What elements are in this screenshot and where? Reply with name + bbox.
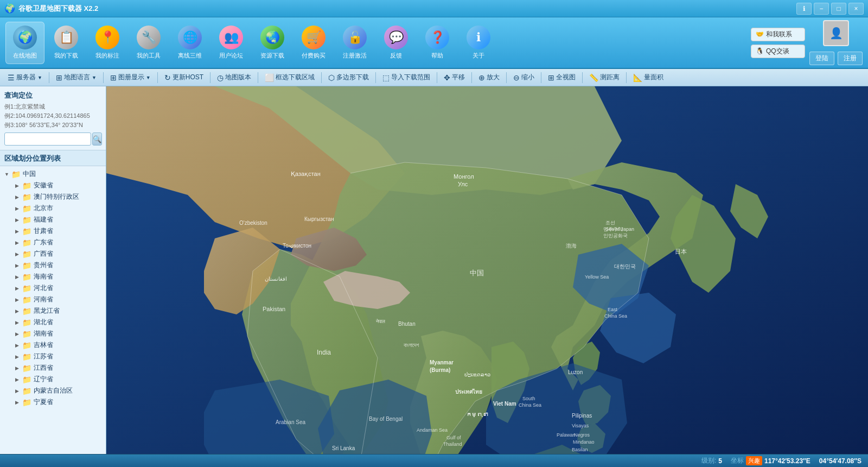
menu-sep-2 (103, 72, 104, 83)
measure-area-label: 量面积 (644, 73, 663, 82)
maximize-button[interactable]: □ (831, 3, 846, 15)
map-lang-icon: ⊞ (56, 73, 62, 82)
measure-area-icon: 📐 (633, 73, 642, 82)
menu-measure-dist[interactable]: 📏 测距离 (585, 71, 624, 84)
menu-full-view[interactable]: ⊞ 全视图 (544, 71, 580, 84)
region-tree: ▼ 📁 中国 ▶📁安徽省▶📁澳门特别行政区▶📁北京市▶📁福建省▶📁甘肃省▶📁广东… (0, 166, 106, 454)
toolbar-my-tools[interactable]: 🔧 我的工具 (129, 22, 168, 64)
coord-value: 117°42′53.23″E (764, 457, 810, 465)
svg-text:조선: 조선 (605, 220, 615, 225)
tree-item[interactable]: ▶📁湖南省 (0, 328, 106, 339)
toolbar-resource[interactable]: 🌏 资源下载 (253, 22, 292, 64)
tree-item[interactable]: ▶📁宁夏省 (0, 396, 106, 408)
qq-button[interactable]: 🐧 QQ交谈 (751, 45, 805, 58)
lat-item: 04°54′47.08″S (819, 457, 861, 465)
tree-item[interactable]: ▶📁江西省 (0, 362, 106, 374)
server-label: 服务器 (16, 73, 36, 82)
svg-text:대한민국: 대한민국 (614, 263, 636, 269)
toolbar-activate[interactable]: 🔓 注册激活 (335, 22, 374, 64)
toolbar-offline-3d[interactable]: 🌐 离线三维 (170, 22, 209, 64)
toolbar-online-map[interactable]: 🌍 在线地图 (5, 22, 44, 64)
tree-item[interactable]: ▶📁河南省 (0, 294, 106, 305)
search-button[interactable]: 🔍 (92, 132, 102, 146)
contact-icon: 🤝 (756, 30, 764, 38)
minimize-button[interactable]: − (814, 3, 829, 15)
help-icon: ❓ (425, 26, 449, 49)
folder-icon: 📁 (22, 364, 31, 373)
tree-item[interactable]: ▶📁广西省 (0, 248, 106, 260)
svg-text:Myanmar: Myanmar (430, 359, 454, 365)
tree-item[interactable]: ▶📁澳门特别行政区 (0, 191, 106, 203)
menu-pan[interactable]: ✥ 平移 (439, 71, 469, 84)
tree-item[interactable]: ▶📁内蒙古自治区 (0, 385, 106, 396)
svg-text:កម្ពុជា: កម្ពុជា (467, 412, 488, 418)
my-download-label: 我的下载 (54, 52, 78, 60)
tree-item[interactable]: ▶📁广东省 (0, 237, 106, 248)
search-input[interactable] (4, 132, 91, 146)
map-area[interactable]: Қазақстан Монгол Улс O'zbekiston Кыргызс… (106, 86, 868, 454)
tree-item[interactable]: ▶📁黑龙江省 (0, 305, 106, 317)
menu-sep-3 (157, 72, 158, 83)
tree-item[interactable]: ▶📁河北省 (0, 282, 106, 294)
tree-item[interactable]: ▶📁北京市 (0, 203, 106, 214)
menu-update-host[interactable]: ↻ 更新HOST (160, 71, 208, 84)
example-2: 例2:104.09691724,30.62114865 (4, 112, 101, 120)
menu-sep-11 (541, 72, 541, 83)
menu-import-range[interactable]: ⬚ 导入下载范围 (378, 71, 435, 84)
menu-sep-12 (582, 72, 583, 83)
svg-text:Visayas: Visayas (572, 423, 589, 428)
menu-zoom-in[interactable]: ⊕ 放大 (474, 71, 504, 84)
titlebar-controls: ℹ − □ × (796, 3, 864, 15)
tree-arrow: ▶ (15, 183, 21, 188)
tree-root-china[interactable]: ▼ 📁 中国 (0, 168, 106, 180)
search-section: 查询定位 例1:北京紫禁城 例2:104.09691724,30.6211486… (0, 86, 106, 150)
tree-item[interactable]: ▶📁海南省 (0, 271, 106, 282)
menu-polygon-dl[interactable]: ⬡ 多边形下载 (324, 71, 373, 84)
svg-text:Viet Nam: Viet Nam (493, 401, 516, 407)
register-button[interactable]: 注册 (838, 52, 863, 65)
tree-item[interactable]: ▶📁甘肃省 (0, 225, 106, 237)
menu-zoom-out[interactable]: ⊖ 缩小 (509, 71, 539, 84)
folder-icon: 📁 (22, 387, 31, 395)
forum-label: 用户论坛 (219, 52, 243, 60)
svg-text:Basilan: Basilan (572, 447, 588, 452)
contact-button[interactable]: 🤝 和我联系 (751, 28, 805, 41)
tree-item[interactable]: ▶📁贵州省 (0, 260, 106, 271)
toolbar-forum[interactable]: 👥 用户论坛 (212, 22, 251, 64)
login-button[interactable]: 登陆 (809, 52, 834, 65)
info-button[interactable]: ℹ (796, 3, 812, 15)
tree-item[interactable]: ▶📁辽宁省 (0, 374, 106, 385)
toolbar-my-marker[interactable]: 📍 我的标注 (88, 22, 127, 64)
region-section: 区域划分位置列表 ▼ 📁 中国 ▶📁安徽省▶📁澳门特别行政区▶📁北京市▶📁福建省… (0, 150, 106, 454)
toolbar-buy[interactable]: 🛒 付费购买 (294, 22, 333, 64)
tree-arrow: ▶ (15, 274, 21, 280)
coord-label: 坐标 (731, 456, 744, 465)
menu-map-version[interactable]: ◷ 地图版本 (213, 71, 256, 84)
tree-item[interactable]: ▶📁湖北省 (0, 317, 106, 328)
map-version-label: 地图版本 (225, 73, 251, 82)
menu-map-lang[interactable]: ⊞ 地图语言 ▼ (52, 71, 101, 84)
tree-item[interactable]: ▶📁吉林省 (0, 339, 106, 351)
tree-arrow: ▶ (15, 206, 21, 211)
tree-children: ▶📁安徽省▶📁澳门特别行政区▶📁北京市▶📁福建省▶📁甘肃省▶📁广东省▶📁广西省▶… (0, 180, 106, 408)
toolbar-my-download[interactable]: 📋 我的下载 (47, 22, 86, 64)
update-host-label: 更新HOST (173, 73, 203, 82)
close-button[interactable]: × (848, 3, 864, 15)
svg-text:Монгол: Монгол (454, 173, 474, 180)
tree-item[interactable]: ▶📁福建省 (0, 214, 106, 225)
toolbar-feedback[interactable]: 💬 反馈 (376, 22, 416, 64)
menu-measure-area[interactable]: 📐 量面积 (629, 71, 668, 84)
menu-server[interactable]: ☰ 服务器 ▼ (3, 71, 47, 84)
resource-icon: 🌏 (260, 26, 284, 49)
tree-arrow: ▶ (15, 286, 21, 291)
toolbar-about[interactable]: ℹ 关于 (459, 22, 498, 64)
tree-item[interactable]: ▶📁安徽省 (0, 180, 106, 191)
svg-text:Arabian Sea: Arabian Sea (276, 419, 305, 425)
select-area-icon: ⬜ (265, 73, 274, 82)
menu-select-area[interactable]: ⬜ 框选下载区域 (260, 71, 319, 84)
tree-item[interactable]: ▶📁江苏省 (0, 351, 106, 362)
svg-text:민주주의: 민주주의 (603, 226, 623, 232)
menu-map-display[interactable]: ⊞ 图册显示 ▼ (106, 71, 155, 84)
svg-text:中国: 中国 (470, 269, 484, 277)
toolbar-help[interactable]: ❓ 帮助 (418, 22, 457, 64)
